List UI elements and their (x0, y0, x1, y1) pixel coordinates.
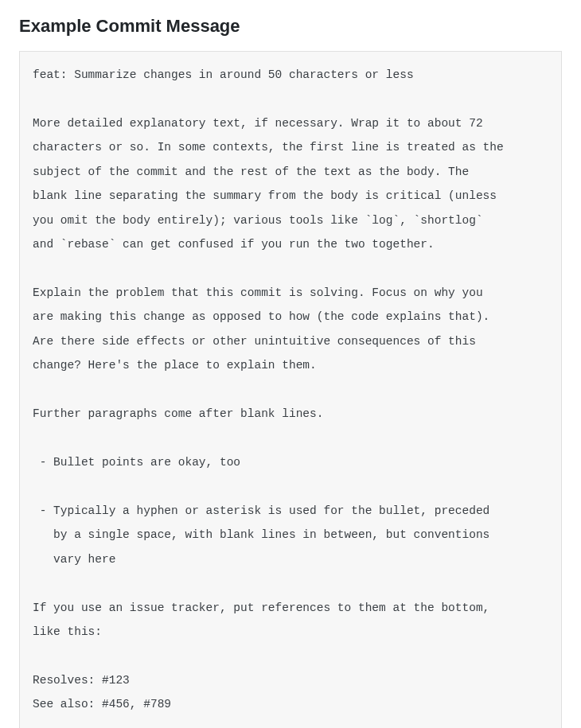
section-heading: Example Commit Message (19, 16, 562, 37)
commit-message-block: feat: Summarize changes in around 50 cha… (19, 51, 562, 728)
